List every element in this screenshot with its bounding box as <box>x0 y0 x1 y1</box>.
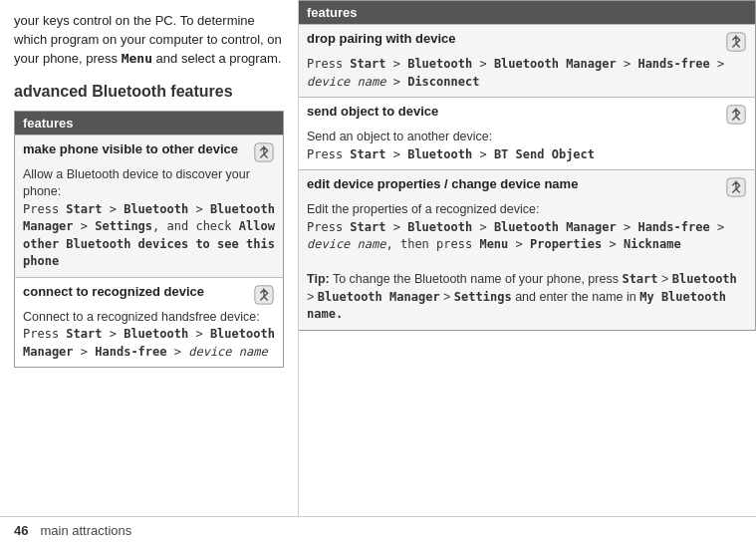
footer-section-label: main attractions <box>40 523 131 538</box>
table-row: drop pairing with device Press Start > B… <box>299 25 756 98</box>
bluetooth-icon <box>725 176 747 198</box>
row-body-make-visible: Allow a Bluetooth device to discover you… <box>23 166 275 271</box>
page-container: your keys control on the PC. To determin… <box>0 0 756 516</box>
row-header-drop-pairing: drop pairing with device <box>307 31 747 53</box>
menu-keyword: Menu <box>122 51 152 66</box>
bluetooth-icon <box>253 284 275 306</box>
row-body-edit-device: Edit the properties of a recognized devi… <box>307 201 747 324</box>
left-features-table: features make phone visible to other dev… <box>14 111 284 369</box>
row-header-connect: connect to recognized device <box>23 284 275 306</box>
bluetooth-icon <box>253 141 275 163</box>
bluetooth-icon <box>725 31 747 53</box>
right-features-table: features drop pairing with device <box>299 0 756 331</box>
table-row: make phone visible to other device Allow… <box>15 135 284 277</box>
table-row: connect to recognized device Connect to … <box>15 277 284 368</box>
table-row: send object to device Send an object to … <box>299 98 756 170</box>
section-heading: advanced Bluetooth features <box>14 83 284 101</box>
left-table-header: features <box>15 111 284 135</box>
row-body-drop-pairing: Press Start > Bluetooth > Bluetooth Mana… <box>307 56 747 91</box>
intro-text: your keys control on the PC. To determin… <box>14 12 284 69</box>
row-header-edit-device: edit device properties / change device n… <box>307 176 747 198</box>
row-header-make-visible: make phone visible to other device <box>23 141 275 163</box>
page-number: 46 <box>14 523 28 538</box>
row-header-send-object: send object to device <box>307 104 747 126</box>
row-body-send-object: Send an object to another device: Press … <box>307 129 747 163</box>
right-table-header: features <box>299 1 756 25</box>
row-body-connect: Connect to a recognized handsfree device… <box>23 309 275 362</box>
bluetooth-icon <box>725 104 747 126</box>
right-column: features drop pairing with device <box>299 0 756 516</box>
left-column: your keys control on the PC. To determin… <box>0 0 299 516</box>
table-row: edit device properties / change device n… <box>299 170 756 331</box>
footer: 46 main attractions <box>0 516 756 544</box>
